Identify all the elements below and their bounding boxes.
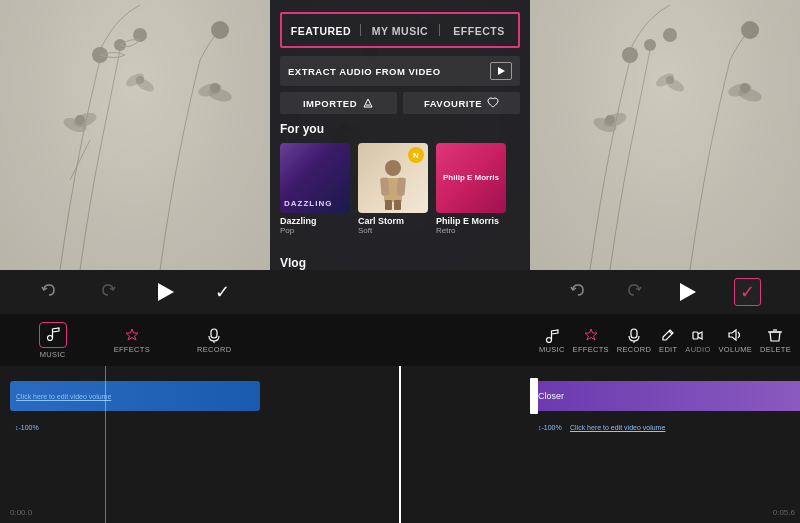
play-button-right[interactable] <box>680 283 696 301</box>
playhead-marker <box>530 378 538 414</box>
tool-record-left[interactable]: RECORD <box>197 327 231 354</box>
tab-my-music-label: MY MUSIC <box>372 25 428 37</box>
right-track-closer-label: Closer <box>538 391 564 401</box>
music-card-dazzling[interactable]: DAZZLING Dazzling Pop <box>280 143 350 235</box>
dazzling-genre: Pop <box>280 226 350 235</box>
dazzling-title: Dazzling <box>280 216 350 226</box>
mic-icon-right <box>626 327 642 343</box>
volume-icon <box>727 327 743 343</box>
svg-rect-44 <box>211 329 217 338</box>
redo-icon <box>99 281 117 299</box>
svg-point-32 <box>663 28 677 42</box>
svg-point-38 <box>666 76 674 84</box>
carl-figure-icon <box>374 156 412 211</box>
tool-audio-label: AUDIO <box>685 345 710 354</box>
svg-point-35 <box>605 115 615 125</box>
svg-point-31 <box>644 39 656 51</box>
tool-delete[interactable]: DELETE <box>760 327 791 354</box>
dazzling-thumb-text: DAZZLING <box>284 199 332 208</box>
svg-point-6 <box>75 115 85 125</box>
philip-title: Philip E Morris <box>436 216 506 226</box>
tool-record-right[interactable]: RECORD <box>617 327 651 354</box>
music-icon-right <box>544 327 560 343</box>
edit-icon <box>660 327 676 343</box>
effects-icon-right <box>583 327 599 343</box>
effects-icon-left <box>124 327 140 343</box>
svg-point-12 <box>210 83 220 93</box>
tool-music-left[interactable]: MUSIC <box>39 322 67 359</box>
svg-rect-0 <box>0 0 270 270</box>
svg-point-9 <box>136 76 144 84</box>
timestamp-left: 0:00.0 <box>10 508 32 517</box>
tool-edit[interactable]: EDIT <box>659 327 677 354</box>
play-button-left[interactable] <box>158 283 174 301</box>
svg-point-46 <box>546 337 551 342</box>
favourite-label: FAVOURITE <box>424 98 482 109</box>
left-track-label: Click here to edit video volume <box>16 393 111 400</box>
tool-effects-right-label: EFFECTS <box>573 345 609 354</box>
for-you-heading: For you <box>280 122 520 136</box>
tab-my-music[interactable]: MY MUSIC <box>361 14 439 46</box>
tab-effects[interactable]: EFFECTS <box>440 14 518 46</box>
imported-button[interactable]: IMPORTED <box>280 92 397 114</box>
extract-play-button[interactable] <box>490 62 512 80</box>
svg-rect-28 <box>394 200 401 210</box>
tool-music-left-label: MUSIC <box>40 350 66 359</box>
right-volume-label: ↕-100% <box>538 424 562 431</box>
carl-new-badge: N <box>408 147 424 163</box>
svg-point-43 <box>47 335 52 340</box>
svg-point-23 <box>385 160 401 176</box>
import-icon <box>362 97 374 109</box>
delete-icon <box>767 327 783 343</box>
favourite-button[interactable]: FAVOURITE <box>403 92 520 114</box>
tool-effects-left[interactable]: EFFECTS <box>114 327 150 354</box>
music-card-carl[interactable]: N Carl Storm Soft <box>358 143 428 235</box>
svg-rect-25 <box>380 177 390 196</box>
tool-audio[interactable]: AUDIO <box>685 327 710 354</box>
carl-genre: Soft <box>358 226 428 235</box>
tab-effects-label: EFFECTS <box>453 25 504 37</box>
vlog-heading: Vlog <box>280 256 520 270</box>
philip-genre: Retro <box>436 226 506 235</box>
music-icon-left <box>45 325 61 341</box>
extract-audio-label: EXTRACT AUDIO FROM VIDEO <box>288 66 441 77</box>
extract-audio-row[interactable]: EXTRACT AUDIO FROM VIDEO <box>280 56 520 86</box>
tool-effects-right[interactable]: EFFECTS <box>573 327 609 354</box>
svg-point-30 <box>622 47 638 63</box>
imported-label: IMPORTED <box>303 98 357 109</box>
tool-delete-label: DELETE <box>760 345 791 354</box>
tool-volume[interactable]: VOLUME <box>719 327 752 354</box>
check-button-right[interactable]: ✓ <box>734 278 761 306</box>
carl-title: Carl Storm <box>358 216 428 226</box>
tab-featured-label: FEATURED <box>291 25 351 37</box>
check-icon-left: ✓ <box>215 282 230 302</box>
tool-music-right[interactable]: MUSIC <box>539 327 565 354</box>
tool-music-right-label: MUSIC <box>539 345 565 354</box>
check-button-left[interactable]: ✓ <box>215 281 230 303</box>
svg-rect-50 <box>693 332 698 339</box>
redo-button[interactable] <box>99 281 117 303</box>
tool-record-left-label: RECORD <box>197 345 231 354</box>
svg-rect-29 <box>530 0 800 270</box>
undo-button-right[interactable] <box>569 281 587 303</box>
music-card-philip[interactable]: Philip E Morris Philip E Morris Retro <box>436 143 506 235</box>
redo-button-right[interactable] <box>625 281 643 303</box>
heart-icon <box>487 97 499 109</box>
left-volume-label: ↕-100% <box>15 424 39 431</box>
mic-icon-left <box>206 327 222 343</box>
svg-rect-26 <box>396 177 406 196</box>
tool-record-right-label: RECORD <box>617 345 651 354</box>
right-edit-label: Click here to edit video volume <box>570 424 665 431</box>
audio-icon <box>690 327 706 343</box>
tab-featured[interactable]: FEATURED <box>282 14 360 46</box>
tool-volume-label: VOLUME <box>719 345 752 354</box>
svg-point-13 <box>211 21 229 39</box>
svg-point-42 <box>741 21 759 39</box>
undo-button[interactable] <box>40 281 58 303</box>
svg-rect-27 <box>385 200 392 210</box>
timestamp-right: 0:05.6 <box>773 508 795 517</box>
undo-icon <box>40 281 58 299</box>
tool-edit-label: EDIT <box>659 345 677 354</box>
undo-icon-right <box>569 281 587 299</box>
philip-thumb-text: Philip E Morris <box>440 173 502 183</box>
